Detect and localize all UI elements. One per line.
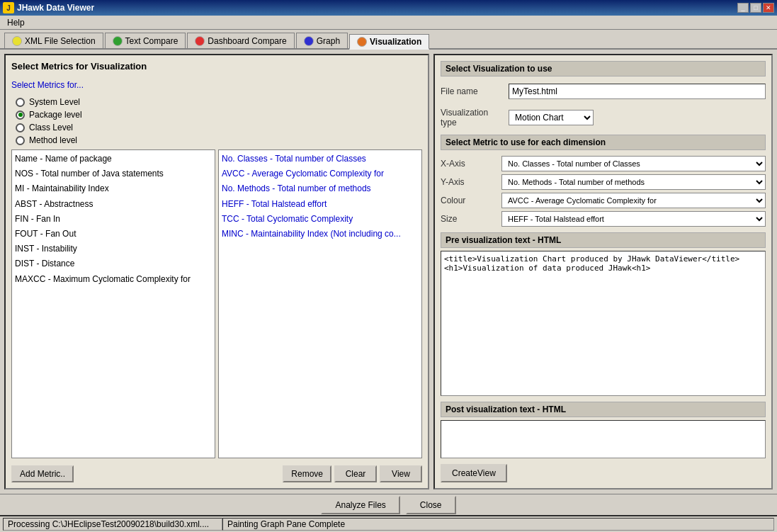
window-title: JHawk Data Viewer — [17, 3, 735, 13]
tab-dashboard-label: Dashboard Compare — [208, 36, 286, 46]
metrics-level-radio-group: System Level Package level Class Level M… — [16, 97, 422, 145]
x-axis-label: X-Axis — [441, 159, 497, 169]
app-icon: J — [3, 2, 14, 13]
tab-viz-label: Visualization — [370, 37, 421, 47]
tab-xml-file-selection[interactable]: XML File Selection — [4, 33, 103, 48]
close-button[interactable]: Close — [406, 496, 456, 514]
size-dropdown[interactable]: HEFF - Total Halstead effort — [501, 211, 766, 227]
tab-bar: XML File Selection Text Compare Dashboar… — [0, 30, 777, 50]
selected-metric-item[interactable]: TCC - Total Cyclomatic Complexity — [220, 212, 420, 227]
left-panel: Select Metrics for Visualization Select … — [4, 54, 429, 489]
radio-package-label: Package level — [29, 110, 82, 120]
select-metrics-label: Select Metrics for... — [11, 80, 422, 90]
pre-viz-textarea[interactable] — [441, 251, 766, 396]
main-content: Select Metrics for Visualization Select … — [0, 50, 777, 494]
y-axis-label: Y-Axis — [441, 177, 497, 187]
radio-class-level[interactable]: Class Level — [16, 123, 422, 132]
file-name-input[interactable] — [509, 84, 766, 99]
analyze-files-button[interactable]: Analyze Files — [321, 496, 399, 514]
right-panel: Select Visualization to use File name Vi… — [433, 54, 773, 489]
remove-button[interactable]: Remove — [283, 465, 331, 482]
radio-method-label: Method level — [29, 135, 77, 145]
viz-type-row: Visualization type Motion Chart — [441, 106, 766, 129]
available-metrics-list[interactable]: Name - Name of packageNOS - Total number… — [11, 149, 215, 458]
status-left-text: Processing C:\JHEclipseTest20090218\buil… — [8, 519, 209, 529]
colour-label: Colour — [441, 196, 497, 205]
viz-type-dropdown[interactable]: Motion Chart — [509, 110, 594, 125]
selected-metric-item[interactable]: No. Methods - Total number of methods — [220, 181, 420, 196]
selected-metrics-list[interactable]: No. Classes - Total number of ClassesAVC… — [218, 149, 422, 458]
selected-metric-item[interactable]: No. Classes - Total number of Classes — [220, 152, 420, 166]
pre-viz-label: Pre visualization text - HTML — [441, 232, 766, 248]
available-metric-item[interactable]: ABST - Abstractness — [13, 197, 213, 212]
list-buttons-row: Add Metric.. Remove Clear View — [11, 463, 422, 482]
pre-viz-area: Pre visualization text - HTML — [441, 232, 766, 396]
viz-tab-icon — [357, 37, 367, 47]
add-metric-button[interactable]: Add Metric.. — [11, 465, 74, 482]
post-viz-textarea[interactable] — [441, 420, 766, 458]
radio-class-label: Class Level — [29, 123, 73, 132]
available-metric-item[interactable]: MAXCC - Maximum Cyclomatic Complexity fo… — [13, 272, 213, 287]
menu-help[interactable]: Help — [3, 16, 29, 29]
right-panel-title: Select Visualization to use — [441, 61, 766, 77]
x-axis-dropdown[interactable]: No. Classes - Total number of Classes — [501, 156, 766, 171]
tab-xml-label: XML File Selection — [25, 36, 96, 46]
bottom-bar: Analyze Files Close — [0, 494, 777, 515]
view-button[interactable]: View — [380, 465, 422, 482]
post-viz-area: Post visualization text - HTML — [441, 402, 766, 458]
dash-tab-icon — [195, 36, 205, 46]
clear-button[interactable]: Clear — [334, 465, 377, 482]
available-metric-item[interactable]: Name - Name of package — [13, 152, 213, 166]
available-metric-item[interactable]: MI - Maintainability Index — [13, 181, 213, 196]
maximize-button[interactable]: □ — [750, 3, 761, 13]
close-button[interactable]: ✕ — [763, 3, 774, 13]
tab-text-compare[interactable]: Text Compare — [105, 33, 186, 48]
available-metric-item[interactable]: INST - Instability — [13, 242, 213, 256]
text-tab-icon — [113, 36, 123, 46]
radio-method-level[interactable]: Method level — [16, 135, 422, 145]
file-name-label: File name — [441, 86, 504, 96]
tab-graph[interactable]: Graph — [296, 33, 348, 48]
available-metric-item[interactable]: NOS - Total number of Java statements — [13, 166, 213, 181]
tab-text-label: Text Compare — [125, 36, 178, 46]
window-controls: _ □ ✕ — [737, 3, 774, 13]
menu-bar: Help — [0, 16, 777, 30]
tab-graph-label: Graph — [317, 36, 340, 46]
metrics-lists-container: Name - Name of packageNOS - Total number… — [11, 149, 422, 458]
dimension-section-header: Select Metric to use for each dimension — [441, 135, 766, 150]
tab-visualization[interactable]: Visualization — [349, 34, 429, 50]
tab-dashboard-compare[interactable]: Dashboard Compare — [187, 33, 294, 48]
size-label: Size — [441, 214, 497, 224]
available-metric-item[interactable]: FIN - Fan In — [13, 212, 213, 227]
radio-system-label: System Level — [29, 97, 80, 107]
graph-tab-icon — [304, 36, 314, 46]
radio-system-circle — [16, 98, 25, 107]
viz-type-label: Visualization type — [441, 108, 504, 128]
post-viz-label: Post visualization text - HTML — [441, 402, 766, 417]
minimize-button[interactable]: _ — [737, 3, 749, 13]
selected-metric-item[interactable]: HEFF - Total Halstead effort — [220, 197, 420, 212]
radio-package-level[interactable]: Package level — [16, 110, 422, 120]
dimension-grid: X-Axis No. Classes - Total number of Cla… — [441, 156, 766, 227]
y-axis-dropdown[interactable]: No. Methods - Total number of methods — [501, 174, 766, 190]
radio-method-circle — [16, 136, 25, 145]
radio-package-circle — [16, 111, 25, 120]
radio-system-level[interactable]: System Level — [16, 97, 422, 107]
status-right: Painting Graph Pane Complete — [222, 518, 774, 531]
available-metric-item[interactable]: DIST - Distance — [13, 256, 213, 271]
available-metric-item[interactable]: FOUT - Fan Out — [13, 227, 213, 242]
status-right-text: Painting Graph Pane Complete — [227, 519, 345, 529]
selected-metric-item[interactable]: AVCC - Average Cyclomatic Complexity for — [220, 166, 420, 181]
create-view-button[interactable]: CreateView — [441, 464, 507, 482]
left-panel-title: Select Metrics for Visualization — [11, 61, 422, 72]
radio-class-circle — [16, 123, 25, 132]
colour-dropdown[interactable]: AVCC - Average Cyclomatic Complexity for — [501, 193, 766, 208]
status-left: Processing C:\JHEclipseTest20090218\buil… — [3, 518, 222, 531]
selected-metric-item[interactable]: MINC - Maintainability Index (Not includ… — [220, 227, 420, 242]
status-bar: Processing C:\JHEclipseTest20090218\buil… — [0, 515, 777, 532]
file-name-row: File name — [441, 82, 766, 101]
viz-type-select-container: Motion Chart — [509, 110, 594, 125]
xml-tab-icon — [12, 36, 22, 46]
title-bar: J JHawk Data Viewer _ □ ✕ — [0, 0, 777, 16]
